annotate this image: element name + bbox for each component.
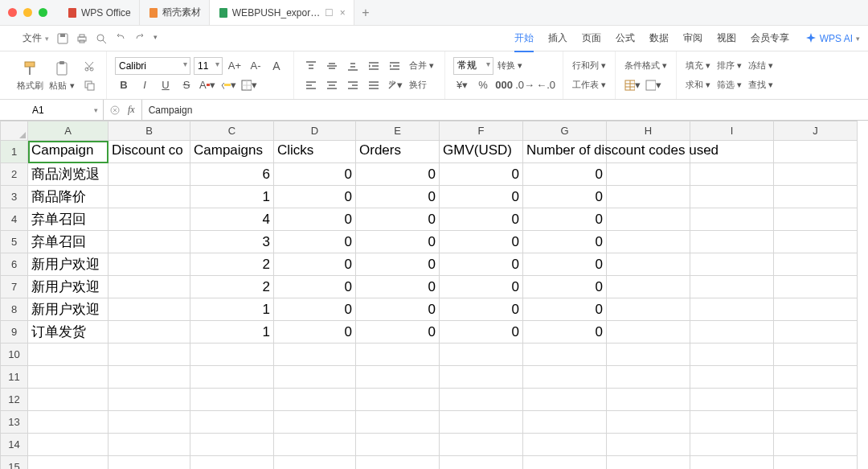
cell[interactable] [274, 456, 356, 470]
cell[interactable]: 0 [274, 253, 356, 276]
cell[interactable] [274, 344, 356, 366]
cell[interactable]: 0 [356, 163, 440, 186]
filter-button[interactable]: 筛选 ▾ [716, 76, 743, 94]
cell[interactable] [108, 434, 190, 456]
document-tab[interactable]: 稻壳素材 [140, 0, 210, 25]
file-menu[interactable]: 文件 ▾ [8, 31, 49, 45]
cell[interactable] [440, 456, 523, 470]
chevron-down-icon[interactable]: ▾ [154, 33, 158, 44]
fx-icon[interactable]: fx [128, 104, 135, 116]
cell[interactable] [774, 231, 858, 253]
ribbon-tab[interactable]: 开始 [514, 31, 534, 45]
cell[interactable] [774, 389, 858, 411]
cell[interactable] [440, 344, 523, 366]
cell[interactable] [607, 456, 690, 470]
cell[interactable]: 0 [356, 231, 440, 253]
cell[interactable] [108, 389, 190, 411]
ribbon-tab[interactable]: 插入 [548, 31, 567, 45]
row-header[interactable]: 15 [1, 456, 28, 470]
cell[interactable] [523, 366, 607, 389]
row-header[interactable]: 4 [1, 208, 28, 231]
ribbon-tab[interactable]: 数据 [649, 31, 669, 45]
col-header[interactable]: J [774, 121, 858, 141]
merge-button[interactable]: 合并 ▾ [407, 57, 436, 75]
cell[interactable]: 0 [356, 253, 440, 276]
cell[interactable] [108, 253, 190, 276]
cut-button[interactable] [80, 57, 98, 75]
cell[interactable] [108, 456, 190, 470]
document-tab[interactable]: WPS Office [59, 0, 140, 25]
cell[interactable]: Campaign [28, 141, 108, 163]
col-header[interactable]: C [190, 121, 274, 141]
cell[interactable]: 0 [356, 208, 440, 231]
cell[interactable]: 0 [523, 298, 607, 321]
cell[interactable] [28, 366, 108, 389]
ribbon-tab[interactable]: 审阅 [683, 31, 702, 45]
cell[interactable] [607, 389, 690, 411]
wrap-text-button[interactable]: 换行 [407, 76, 429, 94]
bold-button[interactable]: B [115, 76, 133, 94]
underline-button[interactable]: U [157, 76, 174, 94]
row-header[interactable]: 2 [1, 163, 28, 186]
row-header[interactable]: 10 [1, 344, 28, 366]
cell[interactable]: 1 [190, 321, 274, 344]
select-all-corner[interactable] [1, 121, 28, 141]
valign-mid-button[interactable] [323, 57, 341, 75]
format-painter-button[interactable]: 格式刷 [16, 59, 43, 92]
cell[interactable] [108, 366, 190, 389]
formula-value[interactable]: Campaign [142, 105, 199, 116]
row-header[interactable]: 12 [1, 389, 28, 411]
cell[interactable]: 2 [190, 253, 274, 276]
cell[interactable] [190, 366, 274, 389]
cell[interactable]: Campaigns [190, 141, 274, 163]
cell[interactable]: 0 [523, 276, 607, 298]
cell[interactable]: 0 [356, 186, 440, 208]
cell[interactable] [607, 411, 690, 434]
save-icon[interactable] [57, 33, 68, 44]
align-left-button[interactable] [302, 76, 320, 94]
col-header[interactable]: A [28, 121, 108, 141]
cell[interactable] [523, 456, 607, 470]
cell[interactable] [774, 321, 858, 344]
cell[interactable]: Orders [356, 141, 440, 163]
row-header[interactable]: 7 [1, 276, 28, 298]
row-header[interactable]: 3 [1, 186, 28, 208]
cell[interactable] [607, 186, 690, 208]
cell[interactable] [607, 163, 690, 186]
cell[interactable]: 0 [440, 231, 523, 253]
cell[interactable] [774, 344, 858, 366]
cell[interactable] [690, 366, 774, 389]
number-format-select[interactable] [453, 57, 493, 75]
cell[interactable] [690, 344, 774, 366]
cell[interactable] [607, 253, 690, 276]
cell[interactable]: 0 [356, 276, 440, 298]
cell[interactable] [607, 208, 690, 231]
cell[interactable] [274, 411, 356, 434]
cell[interactable]: 0 [440, 276, 523, 298]
valign-bot-button[interactable] [344, 57, 362, 75]
cell[interactable] [690, 253, 774, 276]
strike-button[interactable]: S [178, 76, 195, 94]
cell[interactable]: Number of discount codes used [523, 141, 607, 163]
cell[interactable] [774, 411, 858, 434]
cell[interactable] [523, 389, 607, 411]
cell[interactable]: 3 [190, 231, 274, 253]
cell[interactable]: 0 [523, 253, 607, 276]
cell[interactable]: 0 [356, 298, 440, 321]
font-color-button[interactable]: A▾ [199, 76, 216, 94]
col-header[interactable]: B [108, 121, 190, 141]
cell[interactable] [28, 434, 108, 456]
cell[interactable] [523, 434, 607, 456]
cell[interactable] [108, 163, 190, 186]
cell[interactable] [190, 389, 274, 411]
cell[interactable]: 新用户欢迎 [28, 253, 108, 276]
spreadsheet-grid[interactable]: ABCDEFGHIJ1CampaignDiscount coCampaignsC… [0, 121, 868, 469]
cell[interactable] [774, 434, 858, 456]
sort-button[interactable]: 排序 ▾ [716, 57, 743, 75]
indent-left-button[interactable] [365, 57, 383, 75]
ribbon-tab[interactable]: 会员专享 [751, 31, 789, 45]
cell[interactable]: GMV(USD) [440, 141, 523, 163]
name-box[interactable]: A1 ▾ [27, 100, 104, 121]
ribbon-tab[interactable]: 公式 [616, 31, 635, 45]
cell[interactable] [690, 208, 774, 231]
